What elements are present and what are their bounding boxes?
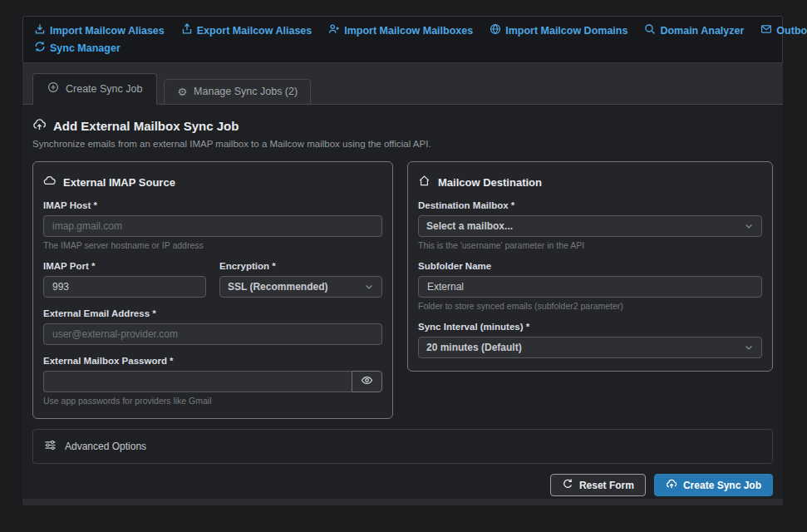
encryption-selected-value: SSL (Recommended): [228, 281, 327, 293]
nav-label: Outbound Monitor: [776, 25, 807, 37]
nav-import-aliases[interactable]: Import Mailcow Aliases: [34, 23, 165, 37]
create-sync-job-panel: Add External Mailbox Sync Job Synchroniz…: [22, 104, 783, 499]
page-title-text: Add External Mailbox Sync Job: [53, 119, 239, 133]
page-title: Add External Mailbox Sync Job: [32, 117, 773, 134]
nav-label: Sync Manager: [50, 42, 121, 54]
imap-host-label: IMAP Host *: [43, 200, 382, 210]
nav-outbound-monitor[interactable]: Outbound Monitor: [760, 23, 807, 37]
nav-label: Domain Analyzer: [660, 25, 744, 37]
nav-sync-manager[interactable]: Sync Manager: [34, 41, 121, 55]
destination-mailbox-selected-value: Select a mailbox...: [426, 220, 513, 232]
external-password-input[interactable]: [43, 371, 352, 392]
tab-manage-sync-jobs[interactable]: ⚙ Manage Sync Jobs (2): [164, 79, 311, 105]
nav-domain-analyzer[interactable]: Domain Analyzer: [644, 23, 744, 37]
tab-bar: Create Sync Job ⚙ Manage Sync Jobs (2): [32, 73, 783, 104]
sync-icon: [34, 41, 46, 55]
box-arrow-up-icon: [181, 23, 193, 37]
chevron-down-icon: [364, 282, 374, 292]
form-panels: External IMAP Source IMAP Host * The IMA…: [32, 161, 773, 419]
mailcow-destination-panel: Mailcow Destination Destination Mailbox …: [407, 161, 773, 372]
subfolder-label: Subfolder Name: [418, 261, 762, 271]
nav-label: Export Mailcow Aliases: [197, 25, 312, 37]
search-icon: [644, 23, 656, 37]
imap-port-field: IMAP Port *: [43, 250, 206, 298]
destination-mailbox-help: This is the 'username' parameter in the …: [418, 240, 762, 250]
advanced-options-label: Advanced Options: [65, 441, 146, 452]
destination-mailbox-label: Destination Mailbox *: [418, 200, 762, 210]
encryption-select[interactable]: SSL (Recommended): [219, 276, 382, 298]
cloud-upload-icon: [32, 117, 47, 134]
create-sync-job-label: Create Sync Job: [683, 480, 761, 491]
sync-manager-app: Import Mailcow Aliases Export Mailcow Al…: [22, 16, 783, 505]
password-help: Use app passwords for providers like Gma…: [43, 396, 382, 406]
cloud-upload-icon: [666, 478, 677, 492]
external-email-input[interactable]: [43, 323, 382, 345]
person-plus-icon: [328, 23, 340, 37]
create-sync-job-button[interactable]: Create Sync Job: [654, 474, 773, 496]
imap-host-help: The IMAP server hostname or IP address: [43, 240, 382, 250]
show-password-button[interactable]: [352, 371, 382, 392]
box-arrow-in-down-icon: [34, 23, 46, 37]
gear-icon: ⚙: [177, 86, 187, 97]
chevron-down-icon: [744, 342, 754, 352]
sync-interval-label: Sync Interval (minutes) *: [418, 322, 762, 332]
imap-port-input[interactable]: [43, 276, 206, 298]
sliders-icon: [44, 439, 57, 454]
imap-port-label: IMAP Port *: [43, 261, 206, 271]
reset-form-button[interactable]: Reset Form: [550, 474, 646, 496]
source-panel-title: External IMAP Source: [43, 175, 382, 190]
sync-interval-select[interactable]: 20 minutes (Default): [418, 337, 762, 358]
nav-label: Import Mailcow Mailboxes: [344, 25, 473, 37]
external-imap-source-panel: External IMAP Source IMAP Host * The IMA…: [32, 161, 393, 419]
top-navbar: Import Mailcow Aliases Export Mailcow Al…: [22, 16, 783, 63]
tab-create-sync-job[interactable]: Create Sync Job: [32, 73, 157, 105]
advanced-options-toggle[interactable]: Advanced Options: [32, 429, 773, 464]
encryption-label: Encryption *: [219, 261, 382, 271]
nav-label: Import Mailcow Aliases: [50, 25, 165, 37]
password-group: [43, 371, 382, 392]
destination-panel-title: Mailcow Destination: [418, 175, 762, 190]
nav-import-mailboxes[interactable]: Import Mailcow Mailboxes: [328, 23, 473, 37]
nav-export-aliases[interactable]: Export Mailcow Aliases: [181, 23, 312, 37]
globe-icon: [490, 23, 501, 37]
navbar-row-1: Import Mailcow Aliases Export Mailcow Al…: [34, 23, 771, 37]
page-subtitle: Synchronize emails from an external IMAP…: [32, 139, 773, 149]
eye-icon: [361, 374, 373, 390]
sync-interval-selected-value: 20 minutes (Default): [426, 342, 522, 353]
tab-label: Manage Sync Jobs (2): [194, 86, 298, 97]
subfolder-input[interactable]: [418, 276, 762, 298]
house-icon: [418, 175, 431, 190]
external-email-label: External Email Address *: [43, 308, 382, 318]
tab-label: Create Sync Job: [66, 83, 142, 95]
nav-label: Import Mailcow Domains: [505, 25, 627, 37]
plus-circle-icon: [47, 81, 59, 96]
encryption-field: Encryption * SSL (Recommended): [219, 250, 382, 298]
subfolder-help: Folder to store synced emails (subfolder…: [418, 301, 762, 311]
destination-panel-title-text: Mailcow Destination: [438, 176, 542, 189]
reset-arrow-icon: [562, 478, 573, 492]
imap-host-input[interactable]: [43, 215, 382, 237]
cloud-icon: [43, 175, 56, 190]
envelope-icon: [760, 23, 772, 37]
navbar-row-2: Sync Manager: [34, 41, 771, 55]
nav-import-domains[interactable]: Import Mailcow Domains: [490, 23, 627, 37]
external-password-label: External Mailbox Password *: [43, 356, 382, 366]
chevron-down-icon: [744, 221, 754, 231]
reset-form-label: Reset Form: [579, 480, 634, 491]
destination-mailbox-select[interactable]: Select a mailbox...: [418, 215, 762, 237]
source-panel-title-text: External IMAP Source: [63, 176, 175, 189]
port-encryption-row: IMAP Port * Encryption * SSL (Recommende…: [43, 250, 382, 298]
form-footer: Reset Form Create Sync Job: [32, 474, 773, 496]
